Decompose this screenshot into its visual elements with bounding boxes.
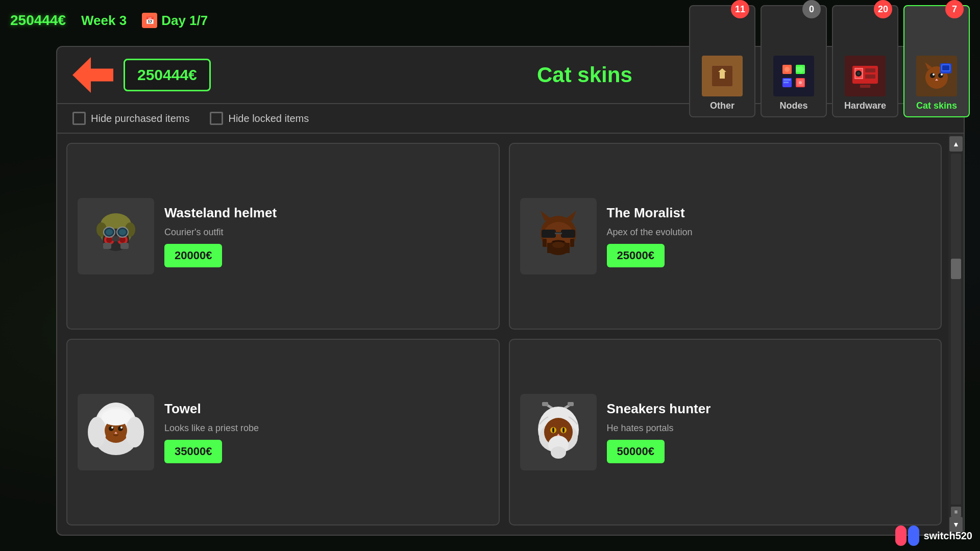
svg-rect-21 — [860, 85, 870, 88]
wasteland-helmet-image — [78, 198, 154, 274]
scroll-thumb[interactable] — [951, 259, 961, 279]
svg-point-64 — [552, 242, 565, 248]
wasteland-helmet-desc: Courier's outfit — [164, 227, 488, 238]
svg-rect-83 — [568, 402, 574, 406]
tab-hardware[interactable]: 20 Hardware — [832, 5, 898, 117]
wasteland-helmet-info: Wasteland helmet Courier's outfit 20000€ — [164, 205, 488, 267]
hud-day: 📅 Day 1/7 — [142, 13, 208, 29]
catskins-badge: 7 — [945, 0, 964, 18]
wasteland-helmet-name: Wasteland helmet — [164, 205, 488, 221]
svg-point-70 — [88, 417, 106, 447]
towel-desc: Looks like a priest robe — [164, 423, 488, 434]
hardware-badge: 20 — [874, 0, 892, 18]
svg-point-47 — [119, 229, 126, 235]
scroll-up-button[interactable]: ▲ — [949, 136, 963, 152]
svg-rect-9 — [783, 79, 791, 81]
sneakers-hunter-info: Sneakers hunter He hates portals 50000€ — [607, 401, 931, 463]
shop-item-sneakers-hunter[interactable]: Sneakers hunter He hates portals 50000€ — [509, 339, 942, 525]
switch-brand-text: switch520 — [923, 530, 972, 542]
svg-point-46 — [106, 229, 113, 235]
moralist-price[interactable]: 25000€ — [607, 244, 665, 267]
switch-icon — [895, 525, 919, 546]
svg-point-90 — [562, 428, 565, 433]
svg-point-89 — [552, 428, 554, 433]
shop-item-towel[interactable]: Towel Looks like a priest robe 35000€ — [66, 339, 500, 525]
switch-logo: switch520 — [895, 525, 972, 546]
hud-currency: 250444€ — [10, 12, 66, 29]
towel-image — [78, 394, 154, 470]
sneakers-hunter-desc: He hates portals — [607, 423, 931, 434]
scroll-mid-marker: ≡ — [951, 507, 961, 517]
svg-rect-61 — [570, 239, 574, 247]
svg-point-73 — [109, 426, 114, 431]
svg-point-94 — [551, 446, 566, 459]
filter-hide-purchased[interactable]: Hide purchased items — [72, 112, 189, 125]
hud-week: Week 3 — [81, 13, 127, 29]
other-badge: 11 — [731, 0, 749, 18]
moralist-image — [520, 198, 597, 274]
shop-filters: Hide purchased items Hide locked items — [57, 104, 964, 134]
svg-rect-49 — [103, 243, 111, 249]
moralist-desc: Apex of the evolution — [607, 227, 931, 238]
towel-name: Towel — [164, 401, 488, 417]
shop-scrollbar: ▲ ≡ ▼ — [948, 134, 964, 535]
tab-nodes[interactable]: 0 Nodes — [761, 5, 827, 117]
svg-rect-59 — [555, 233, 562, 234]
other-icon — [702, 56, 743, 96]
towel-info: Towel Looks like a priest robe 35000€ — [164, 401, 488, 463]
tab-other[interactable]: 11 Other — [689, 5, 755, 117]
svg-point-75 — [111, 427, 113, 429]
svg-rect-56 — [542, 230, 556, 238]
svg-rect-82 — [542, 402, 548, 406]
svg-point-74 — [118, 426, 123, 431]
switch-left-joycon — [895, 525, 906, 546]
towel-price[interactable]: 35000€ — [164, 440, 222, 463]
svg-rect-60 — [543, 239, 547, 247]
shop-item-moralist[interactable]: The Moralist Apex of the evolution 25000… — [509, 143, 942, 330]
nodes-tab-label: Nodes — [779, 101, 807, 111]
nodes-badge: 0 — [802, 0, 821, 18]
moralist-info: The Moralist Apex of the evolution 25000… — [607, 205, 931, 267]
hardware-icon — [845, 56, 886, 96]
svg-point-71 — [126, 417, 144, 447]
hide-purchased-checkbox[interactable] — [72, 112, 86, 125]
svg-rect-57 — [561, 230, 575, 238]
svg-point-27 — [938, 73, 943, 78]
shop-grid: Wasteland helmet Courier's outfit 20000€ — [57, 134, 964, 535]
tab-group: 11 Other 0 — [689, 0, 970, 77]
svg-rect-10 — [783, 82, 789, 83]
svg-point-26 — [930, 73, 935, 78]
svg-rect-48 — [112, 236, 119, 241]
filter-hide-locked[interactable]: Hide locked items — [210, 112, 309, 125]
sneakers-hunter-image — [520, 394, 597, 470]
sneakers-hunter-price[interactable]: 50000€ — [607, 440, 665, 463]
svg-point-7 — [785, 67, 790, 72]
svg-rect-50 — [120, 243, 129, 249]
svg-point-29 — [941, 73, 943, 76]
tab-catskins[interactable]: 7 — [903, 5, 970, 117]
catskins-icon — [916, 56, 957, 96]
svg-point-12 — [799, 81, 802, 84]
top-hud: 250444€ Week 3 📅 Day 1/7 11 Other 0 — [0, 0, 980, 41]
hide-locked-checkbox[interactable] — [210, 112, 223, 125]
svg-point-76 — [120, 427, 122, 429]
svg-point-28 — [933, 73, 935, 76]
wasteland-helmet-price[interactable]: 20000€ — [164, 244, 222, 267]
moralist-name: The Moralist — [607, 205, 931, 221]
nodes-icon — [773, 56, 814, 96]
svg-rect-20 — [865, 74, 875, 79]
shop-panel: 250444€ Cat skins Hide purchased items H… — [56, 46, 965, 536]
scroll-track — [951, 154, 961, 505]
svg-rect-19 — [865, 68, 875, 72]
hardware-tab-label: Hardware — [844, 101, 886, 111]
shop-balance: 250444€ — [124, 59, 211, 91]
switch-right-joycon — [908, 525, 919, 546]
svg-point-78 — [102, 409, 130, 425]
svg-point-18 — [857, 72, 860, 75]
svg-rect-33 — [942, 65, 949, 70]
back-button[interactable] — [72, 57, 113, 93]
calendar-icon: 📅 — [142, 13, 157, 28]
other-tab-label: Other — [710, 101, 734, 111]
shop-item-wasteland-helmet[interactable]: Wasteland helmet Courier's outfit 20000€ — [66, 143, 500, 330]
sneakers-hunter-name: Sneakers hunter — [607, 401, 931, 417]
